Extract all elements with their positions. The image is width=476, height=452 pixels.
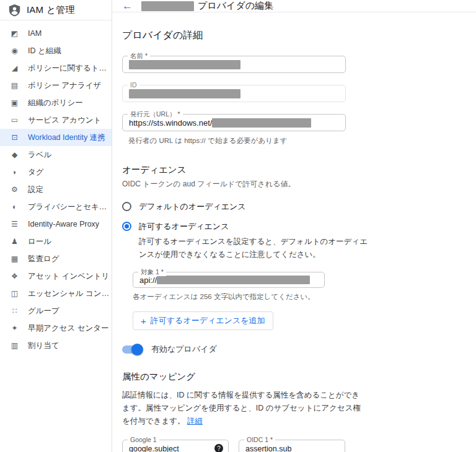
- name-field[interactable]: 名前 *: [122, 56, 346, 73]
- sidebar-item-labels[interactable]: ◆ ラベル: [0, 146, 112, 163]
- sidebar-item-iap[interactable]: ☰ Identity-Aware Proxy: [0, 215, 112, 233]
- groups-icon: ∷: [9, 306, 20, 315]
- oidc-1-value: assertion.sub: [245, 445, 291, 452]
- google-1-value: google.subject: [129, 445, 179, 452]
- audit-log-icon: ▦: [9, 254, 20, 263]
- redacted-issuer-tenant: [212, 118, 311, 128]
- essential-contacts-icon: ◫: [9, 289, 20, 298]
- sidebar-item-service-accounts[interactable]: ▭ サービス アカウント: [0, 111, 112, 129]
- issuer-url-helper: 発行者の URL は https:// で始まる必要があります: [128, 136, 363, 146]
- sidebar-item-asset-inventory[interactable]: ❖ アセット インベントリ: [0, 267, 112, 285]
- policy-analyzer-icon: ▤: [9, 81, 20, 90]
- sidebar-item-org-policy[interactable]: ▣ 組織のポリシー: [0, 94, 112, 111]
- radio-checked-icon[interactable]: [122, 222, 131, 231]
- redacted-provider-name: [141, 1, 194, 11]
- audience-subtitle: OIDC トークンの aud フィールドで許可される値。: [122, 179, 363, 189]
- issuer-url-field-label: 発行元（URL） *: [128, 110, 183, 118]
- enabled-provider-label: 有効なプロバイダ: [151, 344, 217, 355]
- sidebar-item-id-org[interactable]: ◉ ID と組織: [0, 42, 112, 59]
- org-policy-icon: ▣: [9, 98, 20, 107]
- sidebar-item-policy-analyzer[interactable]: ▤ ポリシー アナライザ: [0, 77, 112, 94]
- sidebar-header: IAM と管理: [0, 0, 112, 20]
- allowed-audience-note: 許可するオーディエンスを設定すると、デフォルトのオーディエンスが使用できなくなる…: [139, 235, 369, 261]
- help-icon[interactable]: ?: [214, 444, 223, 452]
- plus-icon: +: [141, 316, 146, 326]
- google-1-field[interactable]: Google 1 google.subject ?: [122, 440, 229, 452]
- redacted-audience-value: [157, 276, 310, 284]
- sidebar-item-audit-logs[interactable]: ▦ 監査ログ: [0, 250, 112, 267]
- person-add-icon: ◩: [9, 29, 20, 38]
- audience-heading: オーディエンス: [122, 164, 363, 176]
- page-content: プロバイダの詳細 名前 * ID 発行元（URL） * https://sts.…: [112, 12, 363, 452]
- sidebar-item-policy-troubleshooter[interactable]: ◢ ポリシーに関するトラブル...: [0, 59, 112, 77]
- sidebar-nav: ◩ IAM ◉ ID と組織 ◢ ポリシーに関するトラブル... ▤ ポリシー …: [0, 20, 112, 354]
- audience-target-label: 対象 1 *: [138, 268, 166, 276]
- app-title: IAM と管理: [27, 4, 75, 16]
- audience-target-value: api://: [139, 276, 157, 285]
- iam-shield-logo: [9, 4, 20, 17]
- attribute-mapping-description: 認証情報には、ID に関する情報を提供する属性を含めることができます。属性マッピ…: [122, 389, 365, 427]
- google-1-column: Google 1 google.subject ? サポートされているキー: 「…: [122, 440, 229, 452]
- sidebar-item-quotas[interactable]: ▥ 割り当て: [0, 337, 112, 354]
- early-access-icon: ✦: [9, 324, 20, 332]
- sidebar-item-workload-identity[interactable]: ⊡ Workload Identity 連携: [0, 129, 112, 146]
- attribute-mapping-heading: 属性のマッピング: [122, 371, 363, 383]
- label-icon: ◆: [9, 150, 20, 159]
- main-panel: ← プロバイダの編集 プロバイダの詳細 名前 * ID 発行元（URL） * h…: [112, 0, 476, 452]
- workload-identity-icon: ⊡: [9, 133, 20, 142]
- enabled-provider-toggle[interactable]: [122, 346, 143, 354]
- sidebar-item-roles[interactable]: ♟ ロール: [0, 233, 112, 250]
- page-header: ← プロバイダの編集: [112, 0, 476, 12]
- sidebar: IAM と管理 ◩ IAM ◉ ID と組織 ◢ ポリシーに関するトラブル...…: [0, 0, 112, 452]
- iap-icon: ☰: [9, 220, 20, 228]
- person-icon: ◉: [9, 46, 20, 55]
- oidc-1-column: OIDC 1 * assertion.sub ? 値は CEL 式（「asser…: [239, 440, 345, 452]
- audience-target-field[interactable]: 対象 1 * api://: [133, 272, 325, 288]
- tag-icon: ◗: [9, 168, 20, 176]
- attribute-mapping-grid: Google 1 google.subject ? サポートされているキー: 「…: [122, 440, 363, 452]
- back-arrow-icon[interactable]: ←: [122, 1, 133, 11]
- sidebar-item-settings[interactable]: ⚙ 設定: [0, 181, 112, 198]
- id-field[interactable]: ID: [122, 85, 346, 102]
- sidebar-item-iam[interactable]: ◩ IAM: [0, 25, 112, 42]
- sidebar-item-tags[interactable]: ◗ タグ: [0, 163, 112, 181]
- gear-icon: ⚙: [9, 185, 20, 194]
- provider-details-heading: プロバイダの詳細: [122, 29, 363, 42]
- toggle-thumb: [131, 344, 143, 355]
- id-field-label: ID: [128, 81, 139, 89]
- issuer-url-value: https://sts.windows.net/: [129, 118, 212, 128]
- issuer-url-field[interactable]: 発行元（URL） * https://sts.windows.net/: [122, 114, 346, 131]
- service-account-icon: ▭: [9, 116, 20, 124]
- google-1-label: Google 1: [128, 436, 159, 443]
- name-field-label: 名前 *: [128, 52, 150, 60]
- roles-icon: ♟: [9, 237, 20, 246]
- details-link[interactable]: 詳細: [187, 417, 203, 425]
- oidc-1-label: OIDC 1 *: [244, 436, 275, 443]
- radio-default-audience[interactable]: デフォルトのオーディエンス: [122, 201, 363, 212]
- oidc-1-field[interactable]: OIDC 1 * assertion.sub ?: [239, 440, 345, 452]
- sidebar-item-groups[interactable]: ∷ グループ: [0, 302, 112, 319]
- wrench-icon: ◢: [9, 64, 20, 72]
- sidebar-item-privacy-security[interactable]: ◐ プライバシーとセキュリティ: [0, 198, 112, 215]
- sidebar-item-essential-contacts[interactable]: ◫ エッセンシャル コンタクト: [0, 285, 112, 302]
- add-audience-button[interactable]: + 許可するオーディエンスを追加: [133, 311, 273, 330]
- redacted-name-value: [129, 60, 240, 69]
- radio-allowed-audience[interactable]: 許可するオーディエンス 許可するオーディエンスを設定すると、デフォルトのオーディ…: [122, 221, 363, 261]
- enabled-provider-row: 有効なプロバイダ: [122, 344, 363, 355]
- audience-target-helper: 各オーディエンスは 256 文字以内で指定してください。: [133, 292, 363, 302]
- sidebar-item-early-access[interactable]: ✦ 早期アクセス センター: [0, 319, 112, 337]
- privacy-shield-icon: ◐: [9, 202, 20, 211]
- page-title: プロバイダの編集: [141, 0, 273, 12]
- quota-icon: ▥: [9, 341, 20, 350]
- radio-unchecked-icon[interactable]: [122, 202, 131, 211]
- asset-inventory-icon: ❖: [9, 272, 20, 280]
- redacted-id-value: [129, 89, 240, 98]
